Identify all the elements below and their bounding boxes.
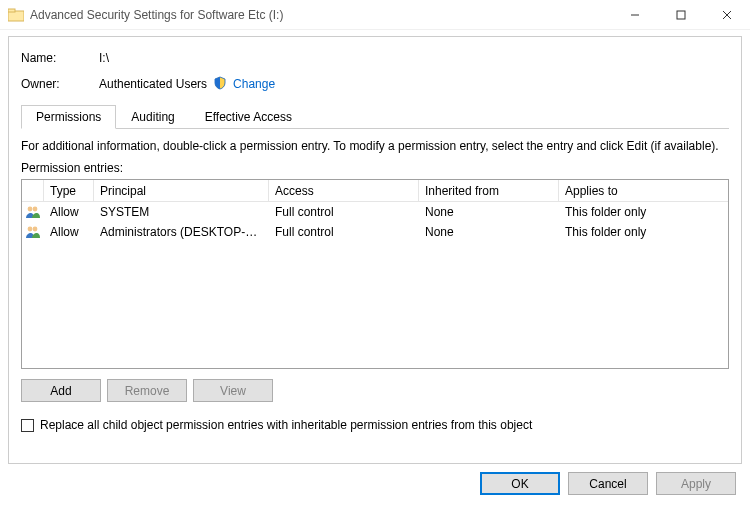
replace-children-checkbox[interactable] [21, 419, 34, 432]
title-bar: Advanced Security Settings for Software … [0, 0, 750, 30]
svg-rect-3 [677, 11, 685, 19]
svg-point-8 [28, 227, 33, 232]
add-button[interactable]: Add [21, 379, 101, 402]
view-button[interactable]: View [193, 379, 273, 402]
svg-point-9 [33, 227, 38, 232]
shield-icon [213, 76, 227, 93]
info-text: For additional information, double-click… [21, 139, 729, 153]
col-type[interactable]: Type [44, 180, 94, 202]
close-button[interactable] [704, 0, 750, 30]
table-row[interactable]: Allow Administrators (DESKTOP-E1R... Ful… [22, 222, 728, 242]
tab-auditing[interactable]: Auditing [116, 105, 189, 129]
change-owner-link[interactable]: Change [233, 77, 275, 91]
svg-point-6 [28, 207, 33, 212]
users-icon [22, 205, 44, 219]
cancel-button[interactable]: Cancel [568, 472, 648, 495]
name-value: I:\ [99, 51, 109, 65]
tabs: Permissions Auditing Effective Access [21, 105, 729, 129]
maximize-button[interactable] [658, 0, 704, 30]
users-icon [22, 225, 44, 239]
owner-value: Authenticated Users [99, 77, 207, 91]
name-label: Name: [21, 51, 99, 65]
owner-label: Owner: [21, 77, 99, 91]
col-inherited[interactable]: Inherited from [419, 180, 559, 202]
permission-table: Type Principal Access Inherited from App… [21, 179, 729, 369]
svg-rect-1 [8, 9, 15, 12]
col-applies[interactable]: Applies to [559, 180, 728, 202]
minimize-button[interactable] [612, 0, 658, 30]
replace-children-label: Replace all child object permission entr… [40, 418, 532, 432]
apply-button[interactable]: Apply [656, 472, 736, 495]
folder-icon [8, 7, 24, 23]
entries-label: Permission entries: [21, 161, 729, 175]
col-access[interactable]: Access [269, 180, 419, 202]
tab-permissions[interactable]: Permissions [21, 105, 116, 129]
content-frame: Name: I:\ Owner: Authenticated Users Cha… [8, 36, 742, 464]
table-row[interactable]: Allow SYSTEM Full control None This fold… [22, 202, 728, 222]
dialog-footer: OK Cancel Apply [0, 464, 750, 495]
col-principal[interactable]: Principal [94, 180, 269, 202]
remove-button[interactable]: Remove [107, 379, 187, 402]
svg-point-7 [33, 207, 38, 212]
window-title: Advanced Security Settings for Software … [30, 8, 612, 22]
tab-effective-access[interactable]: Effective Access [190, 105, 307, 129]
ok-button[interactable]: OK [480, 472, 560, 495]
